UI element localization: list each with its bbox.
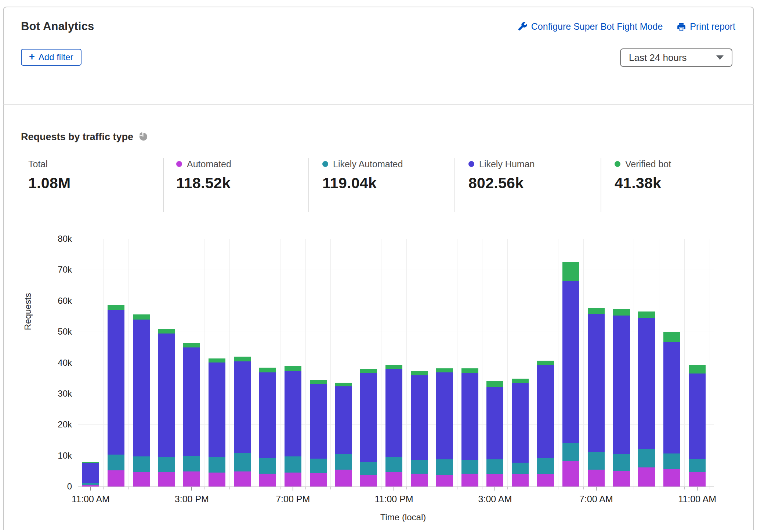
bar-segment-likely-automated[interactable]	[335, 454, 352, 469]
bar-segment-likely-automated[interactable]	[512, 463, 529, 474]
bar-segment-automated[interactable]	[613, 471, 630, 487]
bar-7-00-pm[interactable]	[285, 366, 301, 487]
bar-segment-likely-automated[interactable]	[82, 483, 99, 485]
bar-3-00-pm[interactable]	[183, 343, 200, 487]
bar-segment-verified-bot[interactable]	[234, 357, 251, 361]
bar-segment-likely-human[interactable]	[512, 383, 529, 463]
bar-segment-verified-bot[interactable]	[133, 314, 150, 320]
bar-segment-likely-automated[interactable]	[663, 453, 680, 469]
bar-segment-verified-bot[interactable]	[385, 365, 402, 369]
bar-segment-verified-bot[interactable]	[411, 371, 428, 375]
bar-7-00-am[interactable]	[588, 308, 605, 487]
bar-segment-likely-automated[interactable]	[436, 459, 453, 475]
bar-segment-automated[interactable]	[310, 473, 327, 487]
bar-1-00-pm[interactable]	[133, 314, 150, 487]
bar-segment-likely-human[interactable]	[259, 372, 276, 458]
bar-segment-likely-human[interactable]	[411, 375, 428, 460]
bar-segment-automated[interactable]	[183, 471, 200, 487]
bar-segment-likely-automated[interactable]	[108, 455, 124, 470]
print-report-link[interactable]: Print report	[677, 21, 735, 32]
bar-segment-automated[interactable]	[588, 470, 605, 487]
bar-segment-likely-human[interactable]	[158, 334, 175, 457]
bar-segment-verified-bot[interactable]	[436, 368, 453, 372]
add-filter-button[interactable]: + Add filter	[21, 49, 82, 66]
bar-10-00-pm[interactable]	[360, 369, 377, 487]
bar-6-00-am[interactable]	[562, 262, 579, 487]
bar-segment-verified-bot[interactable]	[158, 329, 175, 334]
bar-5-00-pm[interactable]	[234, 357, 251, 487]
bar-6-00-pm[interactable]	[259, 368, 276, 487]
bar-3-00-am[interactable]	[486, 381, 503, 487]
bar-segment-automated[interactable]	[461, 474, 478, 487]
bar-segment-automated[interactable]	[234, 471, 251, 487]
bar-segment-likely-automated[interactable]	[588, 452, 605, 470]
bar-segment-automated[interactable]	[638, 467, 655, 487]
bar-12-00-am[interactable]	[411, 371, 428, 487]
bar-segment-automated[interactable]	[82, 485, 99, 487]
bar-segment-likely-automated[interactable]	[613, 454, 630, 471]
bar-11-00-am[interactable]	[82, 462, 99, 487]
bar-segment-verified-bot[interactable]	[183, 343, 200, 347]
bar-segment-automated[interactable]	[259, 474, 276, 487]
bar-segment-likely-human[interactable]	[360, 373, 377, 462]
bar-segment-likely-human[interactable]	[183, 347, 200, 456]
configure-super-bot-fight-mode-link[interactable]: Configure Super Bot Fight Mode	[518, 21, 663, 32]
bar-segment-automated[interactable]	[285, 473, 301, 487]
bar-8-00-pm[interactable]	[310, 380, 327, 487]
bar-segment-automated[interactable]	[385, 472, 402, 487]
bar-segment-automated[interactable]	[108, 470, 124, 487]
bar-segment-likely-automated[interactable]	[259, 458, 276, 473]
bar-segment-likely-human[interactable]	[486, 387, 503, 459]
bar-segment-likely-human[interactable]	[310, 384, 327, 459]
bar-segment-automated[interactable]	[411, 474, 428, 487]
bar-4-00-am[interactable]	[512, 379, 529, 487]
bar-segment-likely-human[interactable]	[663, 342, 680, 453]
bar-segment-automated[interactable]	[537, 474, 554, 487]
bar-segment-likely-automated[interactable]	[689, 459, 706, 472]
bar-segment-automated[interactable]	[209, 473, 225, 487]
bar-12-00-pm[interactable]	[108, 305, 124, 487]
bar-9-00-pm[interactable]	[335, 383, 352, 487]
bar-segment-verified-bot[interactable]	[486, 381, 503, 387]
bar-segment-verified-bot[interactable]	[108, 305, 124, 310]
bar-segment-verified-bot[interactable]	[613, 309, 630, 316]
bar-segment-likely-human[interactable]	[209, 362, 225, 457]
bar-segment-likely-human[interactable]	[613, 316, 630, 454]
bar-segment-verified-bot[interactable]	[360, 369, 377, 373]
bar-segment-likely-automated[interactable]	[183, 456, 200, 471]
bar-segment-automated[interactable]	[158, 472, 175, 487]
bar-segment-verified-bot[interactable]	[82, 462, 99, 463]
bar-segment-verified-bot[interactable]	[209, 358, 225, 362]
bar-segment-likely-human[interactable]	[285, 371, 301, 456]
bar-segment-likely-human[interactable]	[436, 372, 453, 459]
bar-segment-verified-bot[interactable]	[310, 380, 327, 384]
bar-segment-likely-automated[interactable]	[638, 449, 655, 467]
bar-2-00-pm[interactable]	[158, 329, 175, 487]
bar-11-00-am[interactable]	[689, 365, 706, 487]
bar-segment-likely-automated[interactable]	[209, 457, 225, 473]
bar-9-00-am[interactable]	[638, 311, 655, 487]
bar-2-00-am[interactable]	[461, 368, 478, 487]
bar-segment-automated[interactable]	[335, 470, 352, 487]
bar-segment-automated[interactable]	[133, 472, 150, 487]
bar-segment-verified-bot[interactable]	[588, 308, 605, 314]
bar-segment-likely-human[interactable]	[689, 374, 706, 459]
bar-segment-automated[interactable]	[512, 474, 529, 487]
bar-segment-likely-automated[interactable]	[537, 458, 554, 474]
bar-segment-likely-automated[interactable]	[158, 457, 175, 472]
bar-segment-likely-automated[interactable]	[360, 462, 377, 475]
bar-segment-verified-bot[interactable]	[285, 366, 301, 371]
bar-11-00-pm[interactable]	[385, 365, 402, 487]
bar-segment-automated[interactable]	[663, 469, 680, 487]
bar-segment-likely-automated[interactable]	[310, 459, 327, 473]
bar-8-00-am[interactable]	[613, 309, 630, 487]
bar-segment-automated[interactable]	[486, 474, 503, 487]
bar-segment-likely-human[interactable]	[537, 365, 554, 458]
bar-segment-verified-bot[interactable]	[562, 262, 579, 281]
bar-segment-automated[interactable]	[562, 461, 579, 487]
bar-segment-likely-human[interactable]	[562, 281, 579, 443]
bar-segment-likely-automated[interactable]	[562, 443, 579, 461]
bar-segment-likely-automated[interactable]	[461, 460, 478, 474]
bar-4-00-pm[interactable]	[209, 358, 225, 487]
bar-segment-likely-human[interactable]	[335, 386, 352, 454]
